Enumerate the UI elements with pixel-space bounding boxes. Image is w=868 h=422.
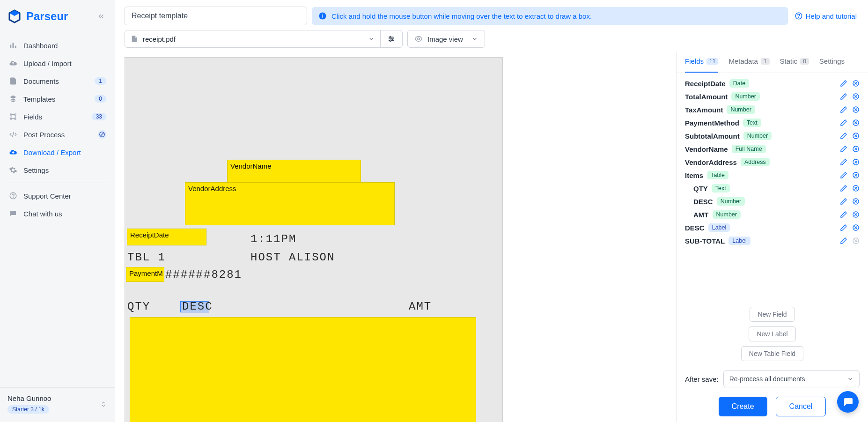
delete-icon[interactable] [852,119,860,126]
sidebar-header: Parseur [0,0,115,33]
delete-icon[interactable] [852,106,860,113]
edit-icon[interactable] [840,93,847,100]
field-row[interactable]: TaxAmountNumber [683,103,861,116]
field-row[interactable]: VendorNameFull Name [683,142,861,155]
field-box-vendor-address[interactable]: VendorAddress [185,182,395,225]
sidebar-item-download-export[interactable]: Download / Export [4,143,111,161]
edit-icon[interactable] [840,211,847,218]
documents-count-badge: 1 [95,77,106,85]
edit-icon[interactable] [840,80,847,87]
delete-icon[interactable] [852,185,860,192]
field-name: DESC [693,198,713,206]
field-row[interactable]: QTYText [683,182,861,195]
edit-icon[interactable] [840,171,847,179]
template-name-input[interactable] [125,7,307,25]
svg-point-20 [798,17,799,18]
delete-icon[interactable] [852,198,860,205]
field-type-badge: Table [707,171,728,179]
field-actions [840,145,860,153]
tab-metadata[interactable]: Metadata 1 [728,52,769,73]
tab-fields[interactable]: Fields 11 [685,52,718,73]
svg-rect-0 [10,45,11,49]
field-row[interactable]: TotalAmountNumber [683,90,861,103]
sidebar-item-post-process[interactable]: Post Process [4,126,111,143]
sidebar-item-support[interactable]: Support Center [4,187,111,205]
edit-icon[interactable] [840,145,847,153]
help-link[interactable]: Help and tutorial [793,12,859,20]
code-icon [8,130,18,139]
sidebar-item-documents[interactable]: Documents 1 [4,72,111,90]
file-settings-button[interactable] [380,30,402,47]
chat-fab-button[interactable] [837,391,859,413]
fields-list: ReceiptDateDateTotalAmountNumberTaxAmoun… [677,73,868,302]
metadata-tab-count: 1 [761,58,770,65]
field-row[interactable]: DESCNumber [683,195,861,208]
field-row[interactable]: ItemsTable [683,169,861,182]
new-table-field-button[interactable]: New Table Field [741,346,803,361]
svg-point-4 [15,114,16,115]
delete-icon[interactable] [852,93,860,100]
toolbar: receipt.pdf Image view [115,25,868,48]
collapse-sidebar-button[interactable] [95,10,107,22]
delete-icon[interactable] [852,80,860,87]
cancel-button[interactable]: Cancel [776,397,826,416]
field-box-payment[interactable]: PaymentM [126,267,164,282]
field-row[interactable]: AMTNumber [683,208,861,221]
delete-icon[interactable] [852,145,860,153]
brand-name: Parseur [26,10,68,23]
edit-icon[interactable] [840,119,847,126]
document-page[interactable]: VendorName VendorAddress ReceiptDate 1:1… [125,57,503,422]
view-select-dropdown[interactable]: Image view [407,30,485,48]
edit-icon[interactable] [840,106,847,113]
sidebar-footer[interactable]: Neha Gunnoo Starter 3 / 1k [0,387,115,422]
tab-settings[interactable]: Settings [819,52,845,73]
svg-point-3 [10,114,12,115]
create-button[interactable]: Create [719,397,767,416]
main: Click and hold the mouse button while mo… [115,0,868,422]
after-save-select[interactable]: Re-process all documents [723,370,860,387]
field-row[interactable]: PaymentMethodText [683,116,861,129]
new-field-button[interactable]: New Field [750,307,794,322]
sidebar-item-dashboard[interactable]: Dashboard [4,37,111,54]
field-type-badge: Number [717,197,745,206]
edit-icon[interactable] [840,132,847,140]
edit-icon[interactable] [840,185,847,192]
new-label-button[interactable]: New Label [749,326,795,341]
sidebar-item-fields[interactable]: Fields 33 [4,108,111,126]
document-icon [8,76,18,86]
fields-tab-count: 11 [706,58,718,65]
field-box-vendor-name[interactable]: VendorName [227,160,361,182]
field-box-receipt-date[interactable]: ReceiptDate [127,229,206,245]
field-actions [840,80,860,87]
field-row[interactable]: SubtotalAmountNumber [683,129,861,142]
tab-static[interactable]: Static 0 [780,52,809,73]
file-select-dropdown[interactable]: receipt.pdf [125,30,362,47]
document-viewer[interactable]: VendorName VendorAddress ReceiptDate 1:1… [125,52,676,422]
field-box-items-table[interactable] [130,317,476,422]
field-actions [840,211,860,218]
field-row[interactable]: VendorAddressAddress [683,155,861,169]
edit-icon[interactable] [840,224,847,231]
field-row[interactable]: ReceiptDateDate [683,77,861,90]
sidebar-item-label: Chat with us [23,210,106,218]
fields-icon [8,112,18,121]
templates-icon [8,94,18,104]
chevron-down-icon[interactable] [362,36,380,42]
edit-icon[interactable] [840,237,847,244]
delete-icon[interactable] [852,224,860,231]
delete-icon[interactable] [852,237,860,244]
sidebar-item-settings[interactable]: Settings [4,161,111,179]
delete-icon[interactable] [852,132,860,140]
edit-icon[interactable] [840,158,847,166]
delete-icon[interactable] [852,158,860,166]
sidebar-item-upload[interactable]: Upload / Import [4,54,111,72]
sidebar-item-chat[interactable]: Chat with us [4,205,111,222]
help-link-label: Help and tutorial [806,12,857,20]
field-name: VendorName [685,145,728,153]
edit-icon[interactable] [840,198,847,205]
field-row[interactable]: SUB-TOTALLabel [683,234,861,247]
delete-icon[interactable] [852,171,860,179]
field-row[interactable]: DESCLabel [683,221,861,234]
delete-icon[interactable] [852,211,860,218]
sidebar-item-templates[interactable]: Templates 0 [4,90,111,108]
